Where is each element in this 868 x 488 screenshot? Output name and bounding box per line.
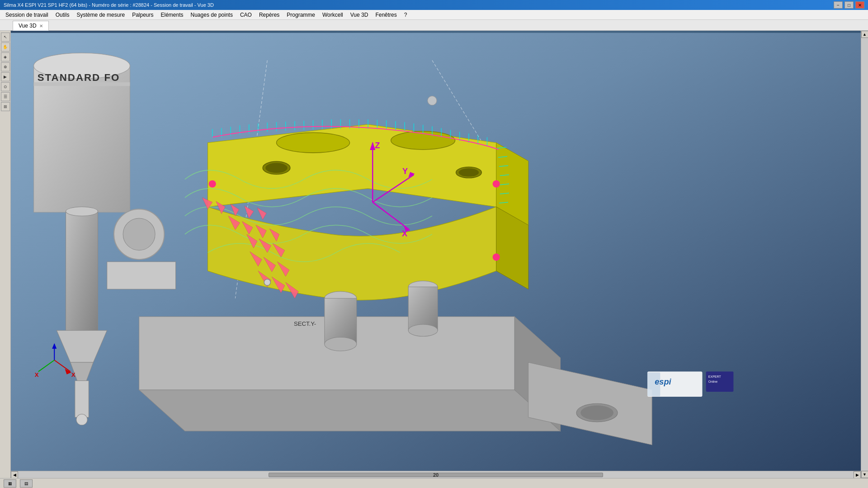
menu-nuages[interactable]: Nuages de points — [187, 11, 236, 19]
svg-point-17 — [76, 414, 87, 425]
menu-reperes[interactable]: Repères — [255, 11, 283, 19]
menu-systeme[interactable]: Système de mesure — [73, 11, 128, 19]
minimize-button[interactable]: − — [834, 1, 843, 9]
title-bar: Silma X4 ESPI V21 SP1 HF2 (64 bits) - Nu… — [0, 0, 868, 10]
menu-programme[interactable]: Programme — [283, 11, 319, 19]
svg-point-92 — [325, 337, 357, 351]
status-bar: ▦ ▤ — [0, 478, 868, 488]
svg-rect-117 — [647, 372, 660, 396]
maximize-button[interactable]: □ — [844, 1, 854, 9]
horizontal-scrollbar[interactable]: ◀ 20 ▶ — [11, 471, 861, 478]
scroll-left-arrow[interactable]: ◀ — [11, 471, 18, 479]
svg-point-24 — [277, 133, 350, 153]
status-button-2[interactable]: ▤ — [20, 479, 33, 488]
svg-rect-9 — [66, 211, 98, 340]
close-button[interactable]: ✕ — [855, 1, 864, 9]
tab-close-icon[interactable]: ✕ — [39, 23, 43, 28]
svg-text:X: X — [35, 371, 39, 378]
svg-rect-8 — [34, 82, 130, 86]
menu-workcell[interactable]: Workcell — [319, 11, 347, 19]
left-toolbar: ↖ ✋ ◈ ⊕ ▶ ⊙ ☰ ⊞ — [0, 31, 11, 478]
svg-point-10 — [66, 207, 98, 216]
svg-text:X: X — [71, 371, 75, 378]
svg-point-20 — [428, 96, 437, 105]
svg-marker-1 — [139, 390, 561, 431]
zoom-tool-button[interactable]: ⊕ — [1, 62, 10, 71]
scene-svg: STANDARD FO — [11, 31, 861, 478]
svg-point-29 — [459, 169, 479, 177]
svg-rect-16 — [75, 381, 89, 418]
pan-tool-button[interactable]: ✋ — [1, 42, 10, 52]
svg-text:Y: Y — [402, 166, 408, 176]
svg-text:X: X — [402, 229, 407, 238]
svg-point-89 — [264, 279, 270, 286]
3d-viewport[interactable]: STANDARD FO — [11, 31, 861, 478]
menu-session[interactable]: Session de travail — [2, 11, 52, 19]
svg-text:Z: Z — [375, 141, 380, 150]
menu-elements[interactable]: Eléments — [157, 11, 187, 19]
menu-fenetres[interactable]: Fenêtres — [372, 11, 400, 19]
menu-bar: Session de travail Outils Système de mes… — [0, 10, 868, 20]
svg-text:STANDARD FO: STANDARD FO — [38, 72, 120, 83]
tab-bar: Vue 3D ✕ — [0, 20, 868, 31]
scroll-up-arrow[interactable]: ▲ — [861, 31, 868, 38]
svg-text:EXPERT: EXPERT — [708, 375, 722, 379]
window-title: Silma X4 ESPI V21 SP1 HF2 (64 bits) - Nu… — [4, 2, 214, 8]
rotate-tool-button[interactable]: ◈ — [1, 52, 10, 61]
window-controls: − □ ✕ — [834, 1, 864, 9]
menu-vue3d[interactable]: Vue 3D — [347, 11, 372, 19]
svg-point-15 — [123, 218, 155, 250]
svg-point-27 — [265, 163, 288, 173]
center-tool-button[interactable]: ⊙ — [1, 82, 10, 91]
svg-rect-5 — [34, 66, 130, 212]
menu-cao[interactable]: CAO — [236, 11, 255, 19]
right-scrollbar[interactable]: ▲ ▼ — [861, 31, 868, 478]
svg-point-68 — [209, 180, 216, 188]
svg-rect-94 — [408, 287, 438, 330]
scroll-right-arrow[interactable]: ▶ — [854, 471, 861, 479]
scroll-thumb[interactable] — [269, 473, 603, 477]
secty-label: SECT.Y- — [294, 320, 316, 327]
list-tool-button[interactable]: ☰ — [1, 92, 10, 101]
svg-point-98 — [580, 405, 613, 420]
tab-vue3d[interactable]: Vue 3D ✕ — [13, 21, 49, 31]
menu-outils[interactable]: Outils — [52, 11, 73, 19]
scroll-down-arrow[interactable]: ▼ — [861, 471, 868, 478]
menu-help[interactable]: ? — [401, 11, 411, 19]
menu-palpeurs[interactable]: Palpeurs — [128, 11, 157, 19]
svg-text:Online: Online — [708, 380, 718, 384]
status-button-1[interactable]: ▦ — [4, 479, 16, 488]
select-tool-button[interactable]: ↖ — [1, 33, 10, 42]
svg-point-69 — [493, 180, 500, 188]
svg-rect-13 — [107, 262, 176, 289]
play-tool-button[interactable]: ▶ — [1, 72, 10, 81]
svg-point-70 — [493, 253, 500, 261]
svg-point-95 — [408, 324, 438, 336]
scroll-track: 20 — [18, 471, 854, 478]
grid-tool-button[interactable]: ⊞ — [1, 102, 10, 111]
